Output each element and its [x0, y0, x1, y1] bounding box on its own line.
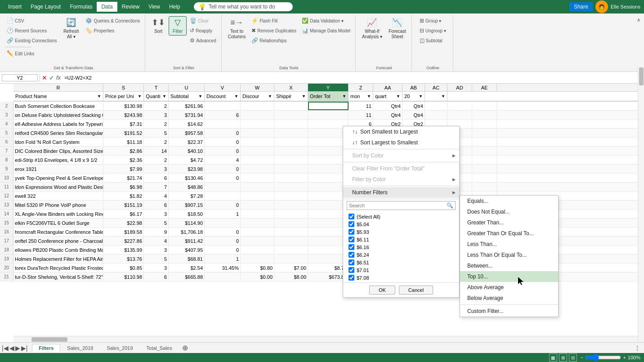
table-cell[interactable]: 2: [144, 138, 169, 146]
table-cell[interactable]: $7.31: [103, 120, 144, 128]
table-cell[interactable]: $7.28: [169, 192, 205, 200]
table-cell[interactable]: onftel 250 Conference phone - Charcoal b…: [13, 237, 103, 245]
table-cell[interactable]: 14: [144, 147, 169, 155]
filter-dropdown-order-total[interactable]: ▼: [342, 94, 346, 98]
table-cell[interactable]: Mitel 5320 IP Phone VoIP phone: [13, 201, 103, 209]
table-cell[interactable]: [274, 138, 308, 146]
ribbon-tab-formulas[interactable]: Formulas: [65, 2, 97, 12]
table-cell[interactable]: 1: [205, 255, 241, 263]
submenu-not-equals[interactable]: Does Not Equal...: [460, 206, 558, 217]
recent-sources-button[interactable]: 🕐Recent Sources: [4, 26, 59, 35]
filter-button[interactable]: ▽ Filter: [169, 16, 187, 36]
filter-dropdown-discount[interactable]: ▼: [234, 94, 238, 98]
table-cell[interactable]: [241, 237, 274, 245]
table-cell[interactable]: [472, 129, 497, 137]
table-cell[interactable]: $7.99: [103, 165, 144, 173]
table-cell[interactable]: $13.76: [103, 255, 144, 263]
table-cell[interactable]: $130.98: [103, 102, 144, 110]
table-cell[interactable]: 3: [144, 264, 169, 272]
table-cell[interactable]: [274, 183, 308, 191]
filter-list-item-4[interactable]: $6.24: [343, 251, 459, 259]
table-cell[interactable]: [447, 111, 472, 119]
table-cell[interactable]: $2.36: [103, 156, 144, 164]
submenu-below-avg[interactable]: Below Average: [460, 293, 558, 304]
sheet-nav-left-left[interactable]: |◀: [2, 344, 9, 352]
submenu-greater-than[interactable]: Greater Than...: [460, 217, 558, 228]
scrollbar-thumb-v[interactable]: [639, 67, 644, 85]
data-validation-button[interactable]: ✅Data Validation ▾: [300, 16, 353, 25]
clear-button[interactable]: 🗑️Clear: [188, 16, 218, 25]
table-cell[interactable]: [241, 219, 274, 227]
table-cell[interactable]: Bush Somerset Collection Bookcase: [13, 102, 103, 110]
filter-dropdown-price[interactable]: ▼: [138, 94, 142, 98]
table-cell[interactable]: [241, 138, 274, 146]
table-cell[interactable]: 5: [144, 255, 169, 263]
table-cell[interactable]: erox 1921: [13, 165, 103, 173]
table-cell[interactable]: 5: [144, 219, 169, 227]
sheet-options-icon[interactable]: ⋮: [634, 344, 640, 352]
table-cell[interactable]: [241, 192, 274, 200]
filter-list-item-5[interactable]: $6.51: [343, 259, 459, 266]
confirm-formula-button[interactable]: ✓: [49, 74, 54, 81]
table-cell[interactable]: $21.74: [103, 174, 144, 182]
table-cell[interactable]: $261.96: [169, 102, 205, 110]
table-cell[interactable]: Qtr4: [373, 111, 402, 119]
cell-ref-input[interactable]: [2, 74, 38, 81]
sheet-nav-right-right[interactable]: ▶|: [21, 344, 28, 352]
table-cell[interactable]: [425, 111, 447, 119]
queries-connections-button[interactable]: ⚙️Queries & Connections: [83, 16, 142, 25]
table-cell[interactable]: [274, 210, 308, 218]
advanced-button[interactable]: ⚙Advanced: [188, 36, 218, 45]
table-cell[interactable]: [472, 147, 497, 155]
table-cell[interactable]: 4: [205, 156, 241, 164]
table-cell[interactable]: 3: [144, 210, 169, 218]
table-cell[interactable]: [205, 120, 241, 128]
zoom-slider[interactable]: [585, 354, 621, 361]
table-cell[interactable]: 3: [144, 111, 169, 119]
filter-dropdown-20[interactable]: ▼: [419, 94, 423, 98]
sheet-tab-filters[interactable]: Filters: [32, 344, 60, 352]
table-cell[interactable]: $23.98: [169, 165, 205, 173]
filter-list-item-2[interactable]: $6.11: [343, 236, 459, 243]
table-cell[interactable]: [274, 237, 308, 245]
edit-links-button[interactable]: ✏️Edit Links: [4, 49, 59, 58]
table-cell[interactable]: [274, 228, 308, 236]
group-button[interactable]: ⊞Group ▾: [417, 16, 448, 25]
table-cell[interactable]: 2: [144, 102, 169, 110]
checkbox-0[interactable]: [349, 221, 354, 227]
forecast-sheet-button[interactable]: 📉 ForecastSheet: [386, 16, 409, 41]
reapply-button[interactable]: ↺Reapply: [188, 26, 218, 35]
ribbon-tab-data[interactable]: Data: [97, 2, 117, 12]
table-cell[interactable]: ewell 322: [13, 192, 103, 200]
filter-list-item-6[interactable]: $7.01: [343, 266, 459, 274]
sheet-nav-left[interactable]: ◀: [9, 344, 14, 352]
refresh-all-button[interactable]: 🔄 RefreshAll ▾: [60, 16, 82, 41]
sheet-tab-sales-2019[interactable]: Sales_2019: [100, 344, 139, 352]
table-cell[interactable]: Qtr4: [373, 102, 402, 110]
table-cell[interactable]: ldon Expressions Wood and Plastic Desk A…: [13, 183, 103, 191]
table-cell[interactable]: [425, 102, 447, 110]
filter-list-item-0[interactable]: $5.04: [343, 220, 459, 228]
table-cell[interactable]: 11: [349, 111, 373, 119]
table-cell[interactable]: elf-Adhesive Address Labels for Typewrit…: [13, 120, 103, 128]
table-cell[interactable]: [205, 273, 241, 281]
table-cell[interactable]: $114.90: [169, 219, 205, 227]
table-cell[interactable]: [274, 111, 308, 119]
text-to-columns-button[interactable]: ≡→ Text toColumns: [225, 16, 248, 41]
table-cell[interactable]: [472, 165, 497, 173]
subtotal-button[interactable]: ◫Subtotal: [417, 36, 448, 45]
checkbox-5[interactable]: [349, 259, 354, 265]
table-cell[interactable]: [241, 120, 274, 128]
table-cell[interactable]: $6.98: [103, 183, 144, 191]
table-cell[interactable]: [274, 147, 308, 155]
checkbox-6[interactable]: [349, 267, 354, 273]
filter-dropdown-ac[interactable]: ▼: [441, 94, 445, 98]
table-cell[interactable]: $957.58: [169, 129, 205, 137]
table-cell[interactable]: $2.54: [169, 264, 205, 272]
table-cell[interactable]: [274, 201, 308, 209]
share-button[interactable]: Share: [569, 2, 593, 11]
ribbon-tab-page-layout[interactable]: Page Layout: [26, 2, 65, 12]
table-cell[interactable]: edi-Strip #10 Envelopes, 4 1/8 x 9 1/2: [13, 156, 103, 164]
table-cell[interactable]: [447, 102, 472, 110]
table-cell[interactable]: 0: [205, 201, 241, 209]
